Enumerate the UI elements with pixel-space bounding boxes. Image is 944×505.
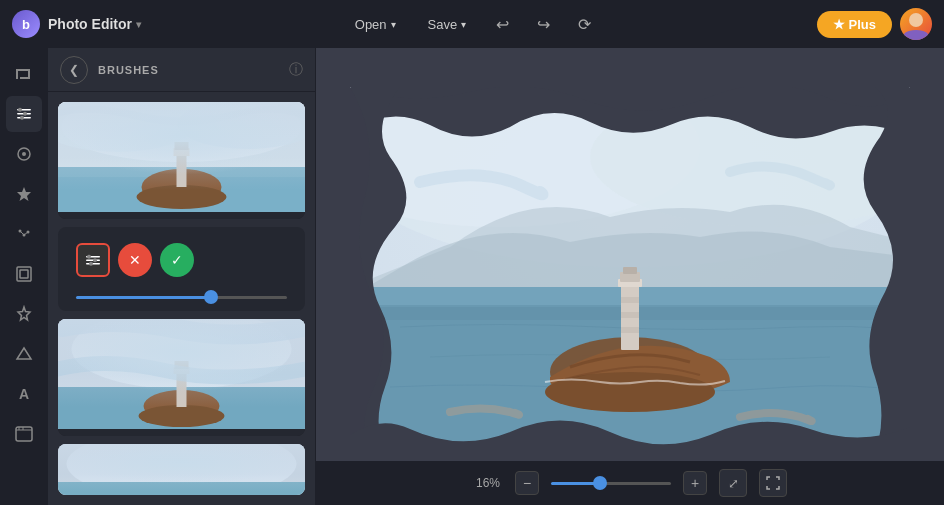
svg-point-47 xyxy=(139,405,225,427)
brush-item-4[interactable]: Brushes 4 xyxy=(58,319,305,436)
svg-point-52 xyxy=(67,444,297,496)
brush-2-label: Brushes 2 xyxy=(58,212,305,219)
svg-rect-34 xyxy=(177,152,187,187)
brush-thumbnail-5 xyxy=(58,444,305,496)
svg-line-17 xyxy=(20,231,24,235)
svg-rect-2 xyxy=(18,69,28,71)
canvas-area: 16% − + ⤢ xyxy=(316,48,944,505)
app-logo[interactable]: b xyxy=(12,10,40,38)
brush-thumbnail-2 xyxy=(58,102,305,212)
svg-point-40 xyxy=(87,255,91,259)
svg-point-44 xyxy=(72,319,292,389)
open-button[interactable]: Open ▾ xyxy=(347,13,404,36)
brush-preview-5 xyxy=(58,444,305,496)
svg-point-27 xyxy=(62,102,302,162)
plus-button[interactable]: ★ Plus xyxy=(817,11,892,38)
effects-tool-button[interactable] xyxy=(6,176,42,212)
svg-rect-22 xyxy=(16,427,32,441)
svg-rect-35 xyxy=(174,148,190,156)
expand-button[interactable]: ⤢ xyxy=(719,469,747,497)
canvas-wrap xyxy=(350,87,910,467)
overlays-tool-button[interactable] xyxy=(6,336,42,372)
brush-thumbnail-4 xyxy=(58,319,305,429)
brush-controls-row: ✕ ✓ xyxy=(58,227,305,311)
undo-button[interactable]: ↩ xyxy=(490,11,515,38)
zoom-percent: 16% xyxy=(473,476,503,490)
svg-point-42 xyxy=(89,262,93,266)
expand-icon: ⤢ xyxy=(728,476,739,491)
svg-rect-51 xyxy=(58,444,305,496)
brush-preview-2 xyxy=(58,102,305,212)
fullscreen-button[interactable] xyxy=(759,469,787,497)
svg-rect-43 xyxy=(58,319,305,429)
icon-bar: A xyxy=(0,48,48,505)
canvas-image[interactable] xyxy=(350,87,910,467)
svg-point-33 xyxy=(137,185,227,209)
brush-slider-container xyxy=(66,285,297,311)
brush-settings-button[interactable] xyxy=(76,243,110,277)
svg-point-8 xyxy=(18,108,22,112)
redo-button[interactable]: ↪ xyxy=(531,11,556,38)
zoom-out-button[interactable]: − xyxy=(515,471,539,495)
crop-tool-button[interactable] xyxy=(6,56,42,92)
frames-tool-button[interactable] xyxy=(6,256,42,292)
brush-item-2[interactable]: Brushes 2 xyxy=(58,102,305,219)
brush-action-buttons: ✕ ✓ xyxy=(66,235,297,285)
svg-rect-4 xyxy=(20,77,30,79)
zoom-slider[interactable] xyxy=(551,482,671,485)
svg-point-32 xyxy=(142,169,222,205)
brush-preview-4 xyxy=(58,319,305,429)
adjust-tool-button[interactable] xyxy=(6,96,42,132)
svg-marker-21 xyxy=(17,348,31,359)
svg-rect-49 xyxy=(174,367,190,374)
brushes-back-button[interactable]: ❮ xyxy=(60,56,88,84)
svg-point-10 xyxy=(20,116,24,120)
brushes-panel: ❮ BRUSHES ⓘ xyxy=(48,48,316,505)
svg-rect-26 xyxy=(58,102,305,212)
svg-rect-30 xyxy=(58,167,305,212)
brush-size-slider[interactable] xyxy=(76,296,287,299)
svg-rect-50 xyxy=(175,361,189,369)
brushes-title: BRUSHES xyxy=(98,64,279,76)
svg-rect-36 xyxy=(175,142,189,150)
svg-rect-1 xyxy=(16,69,18,79)
svg-point-0 xyxy=(909,13,923,27)
svg-rect-45 xyxy=(58,387,305,429)
topbar: b Photo Editor ▾ Open ▾ Save ▾ ↩ ↪ ⟳ ★ P… xyxy=(0,0,944,48)
stickers-tool-button[interactable] xyxy=(6,296,42,332)
svg-rect-20 xyxy=(20,270,28,278)
text-tool-button[interactable]: A xyxy=(6,376,42,412)
svg-rect-67 xyxy=(623,267,637,274)
zoom-in-button[interactable]: + xyxy=(683,471,707,495)
svg-rect-48 xyxy=(177,371,187,407)
svg-rect-53 xyxy=(58,482,305,496)
brush-4-label: Brushes 4 xyxy=(58,429,305,436)
brush-item-5[interactable] xyxy=(58,444,305,496)
save-button[interactable]: Save ▾ xyxy=(420,13,475,36)
zoom-bar: 16% − + ⤢ xyxy=(316,461,944,505)
svg-line-18 xyxy=(24,232,28,235)
svg-rect-19 xyxy=(17,267,31,281)
svg-point-12 xyxy=(22,152,26,156)
brushes-info-button[interactable]: ⓘ xyxy=(289,61,303,79)
svg-point-28 xyxy=(58,102,198,152)
main-area: A ❮ BRUSHES ⓘ xyxy=(0,48,944,505)
avatar[interactable] xyxy=(900,8,932,40)
brush-confirm-button[interactable]: ✓ xyxy=(160,243,194,277)
draw-tool-button[interactable] xyxy=(6,416,42,452)
svg-rect-31 xyxy=(58,167,305,177)
retouch-tool-button[interactable] xyxy=(6,216,42,252)
topbar-center: Open ▾ Save ▾ ↩ ↪ ⟳ xyxy=(347,11,597,38)
svg-rect-69 xyxy=(621,312,639,318)
brushes-header: ❮ BRUSHES ⓘ xyxy=(48,48,315,92)
svg-point-29 xyxy=(178,102,306,149)
brushes-list: Brushes 2 xyxy=(48,92,315,505)
app-title[interactable]: Photo Editor ▾ xyxy=(48,16,141,32)
rotate-button[interactable]: ⟳ xyxy=(572,11,597,38)
filter-tool-button[interactable] xyxy=(6,136,42,172)
brush-cancel-button[interactable]: ✕ xyxy=(118,243,152,277)
svg-rect-70 xyxy=(621,327,639,333)
svg-marker-13 xyxy=(17,187,31,201)
svg-rect-68 xyxy=(621,297,639,303)
svg-point-46 xyxy=(144,390,220,422)
